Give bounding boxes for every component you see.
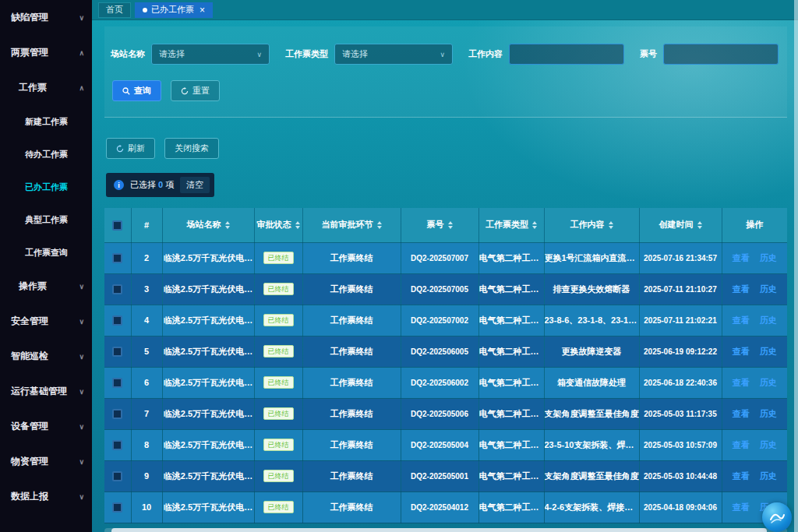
ticket-type-cell: 电气第二种工作票 bbox=[478, 460, 544, 491]
created-time-cell: 2025-07-11 21:10:27 bbox=[639, 273, 722, 305]
chevron-icon: ∨ bbox=[79, 283, 84, 291]
sidebar-item[interactable]: 两票管理 ∧ bbox=[0, 35, 92, 70]
table-row[interactable]: 10 临洮2.5万千瓦光伏电… 已终结 工作票终结 DQ2-202504012 … bbox=[104, 491, 787, 523]
history-link[interactable]: 历史 bbox=[760, 409, 777, 418]
column-header[interactable]: # bbox=[131, 208, 162, 242]
chevron-icon: ∨ bbox=[79, 458, 84, 466]
column-header[interactable]: 工作票类型 bbox=[478, 208, 544, 242]
history-link[interactable]: 历史 bbox=[760, 347, 777, 356]
sort-icon[interactable] bbox=[532, 221, 537, 229]
row-checkbox[interactable] bbox=[112, 378, 122, 388]
view-link[interactable]: 查看 bbox=[733, 440, 750, 449]
row-checkbox[interactable] bbox=[112, 471, 122, 481]
ticket-type-select[interactable]: 请选择 ∨ bbox=[334, 44, 453, 65]
row-checkbox[interactable] bbox=[112, 347, 122, 357]
approval-step-cell: 工作票终结 bbox=[302, 367, 401, 398]
sort-icon[interactable] bbox=[697, 221, 702, 229]
table-row[interactable]: 6 临洮2.5万千瓦光伏电… 已终结 工作票终结 DQ2-202506002 电… bbox=[104, 367, 787, 398]
select-all-checkbox[interactable] bbox=[112, 220, 122, 231]
sidebar-item[interactable]: 运行基础管理 ∨ bbox=[0, 374, 92, 409]
column-header[interactable]: 创建时间 bbox=[639, 208, 722, 242]
chevron-icon: ∨ bbox=[79, 388, 84, 396]
ticket-number-field: 票号 bbox=[640, 44, 779, 65]
work-content-cell: 4-2-6支架拆装、焊接、… bbox=[544, 491, 639, 523]
column-header[interactable]: 工作内容 bbox=[544, 208, 639, 242]
history-link[interactable]: 历史 bbox=[760, 253, 777, 262]
refresh-button[interactable]: 刷新 bbox=[106, 138, 155, 159]
view-link[interactable]: 查看 bbox=[733, 315, 750, 325]
table-row[interactable]: 7 临洮2.5万千瓦光伏电… 已终结 工作票终结 DQ2-202505006 电… bbox=[104, 398, 787, 429]
view-link[interactable]: 查看 bbox=[733, 347, 750, 356]
sidebar-item[interactable]: 数据上报 ∨ bbox=[0, 479, 92, 514]
table-row[interactable]: 3 临洮2.5万千瓦光伏电… 已终结 工作票终结 DQ2-202507005 电… bbox=[104, 273, 787, 305]
tab[interactable]: 首页 bbox=[98, 2, 131, 18]
table-row[interactable]: 8 临洮2.5万千瓦光伏电… 已终结 工作票终结 DQ2-202505004 电… bbox=[104, 429, 787, 460]
sidebar-item[interactable]: 缺陷管理 ∨ bbox=[0, 0, 92, 35]
view-link[interactable]: 查看 bbox=[733, 471, 750, 481]
sidebar-item[interactable]: 设备管理 ∨ bbox=[0, 409, 92, 444]
row-checkbox[interactable] bbox=[112, 409, 122, 419]
vertical-scrollbar[interactable] bbox=[794, 0, 798, 532]
row-checkbox[interactable] bbox=[112, 440, 122, 450]
row-checkbox[interactable] bbox=[112, 284, 122, 294]
column-header[interactable]: 场站名称 bbox=[162, 208, 254, 242]
close-icon[interactable]: × bbox=[200, 5, 205, 15]
row-index: 7 bbox=[131, 398, 162, 429]
sidebar-item[interactable]: 安全管理 ∨ bbox=[0, 304, 92, 339]
chevron-icon: ∨ bbox=[79, 493, 84, 501]
ticket-number-cell: DQ2-202505006 bbox=[401, 398, 478, 429]
column-header[interactable]: 审批状态 bbox=[254, 208, 302, 242]
sidebar-item[interactable]: 物资管理 ∨ bbox=[0, 444, 92, 479]
sidebar-item[interactable]: 工作票 ∧ bbox=[0, 70, 92, 105]
history-link[interactable]: 历史 bbox=[760, 315, 777, 325]
sidebar-item[interactable]: 已办工作票 bbox=[0, 171, 92, 203]
sidebar-item[interactable]: 操作票 ∨ bbox=[0, 269, 92, 304]
sort-icon[interactable] bbox=[225, 221, 230, 229]
close-search-button[interactable]: 关闭搜索 bbox=[164, 138, 219, 159]
sort-icon[interactable] bbox=[295, 221, 300, 229]
sort-icon[interactable] bbox=[448, 221, 453, 229]
horizontal-scrollbar-thumb[interactable] bbox=[111, 528, 767, 532]
ticket-number-input[interactable] bbox=[663, 44, 779, 65]
column-header[interactable]: 票号 bbox=[401, 208, 478, 242]
view-link[interactable]: 查看 bbox=[733, 284, 750, 294]
row-checkbox[interactable] bbox=[112, 315, 122, 326]
sidebar-item[interactable]: 智能巡检 ∨ bbox=[0, 339, 92, 374]
view-link[interactable]: 查看 bbox=[733, 378, 750, 387]
tab[interactable]: 已办工作票 × bbox=[135, 2, 213, 18]
approval-step-cell: 工作票终结 bbox=[302, 398, 401, 429]
history-link[interactable]: 历史 bbox=[760, 378, 777, 387]
history-link[interactable]: 历史 bbox=[760, 471, 777, 481]
column-header-label: # bbox=[144, 220, 149, 230]
query-button[interactable]: 查询 bbox=[112, 80, 161, 101]
work-content-input[interactable] bbox=[509, 44, 624, 65]
table-row[interactable]: 5 临洮2.5万千瓦光伏电… 已终结 工作票终结 DQ2-202506005 电… bbox=[104, 336, 787, 367]
sidebar-item[interactable]: 待办工作票 bbox=[0, 138, 92, 171]
created-time-cell: 2025-06-18 22:40:36 bbox=[639, 367, 722, 398]
table-row[interactable]: 4 临洮2.5万千瓦光伏电… 已终结 工作票终结 DQ2-202507002 电… bbox=[104, 305, 787, 336]
view-link[interactable]: 查看 bbox=[733, 253, 750, 262]
horizontal-scrollbar-track[interactable] bbox=[104, 528, 787, 532]
sort-icon[interactable] bbox=[609, 221, 613, 229]
reset-button[interactable]: 重置 bbox=[171, 80, 220, 101]
sidebar-item[interactable]: 工作票查询 bbox=[0, 236, 92, 269]
work-content-cell: 更换故障逆变器 bbox=[544, 336, 639, 367]
column-header[interactable]: 当前审批环节 bbox=[302, 208, 401, 242]
view-link[interactable]: 查看 bbox=[733, 502, 750, 512]
clear-selection-button[interactable]: 清空 bbox=[180, 177, 210, 193]
station-select[interactable]: 请选择 ∨ bbox=[151, 44, 270, 65]
table-row[interactable]: 9 临洮2.5万千瓦光伏电… 已终结 工作票终结 DQ2-202505001 电… bbox=[104, 460, 787, 491]
row-checkbox[interactable] bbox=[112, 253, 122, 263]
sort-icon[interactable] bbox=[377, 221, 382, 229]
sidebar-item[interactable]: 典型工作票 bbox=[0, 203, 92, 236]
history-link[interactable]: 历史 bbox=[760, 284, 777, 294]
row-checkbox[interactable] bbox=[112, 502, 122, 513]
table-row[interactable]: 2 临洮2.5万千瓦光伏电… 已终结 工作票终结 DQ2-202507007 电… bbox=[104, 242, 787, 273]
logo-badge[interactable] bbox=[762, 502, 792, 532]
column-header[interactable]: 操作 bbox=[722, 208, 787, 242]
selection-count: 0 bbox=[158, 180, 163, 189]
history-link[interactable]: 历史 bbox=[760, 440, 777, 449]
sidebar-item[interactable]: 新建工作票 bbox=[0, 105, 92, 138]
ticket-type-cell: 电气第二种工作票 bbox=[478, 336, 544, 367]
view-link[interactable]: 查看 bbox=[733, 409, 750, 418]
